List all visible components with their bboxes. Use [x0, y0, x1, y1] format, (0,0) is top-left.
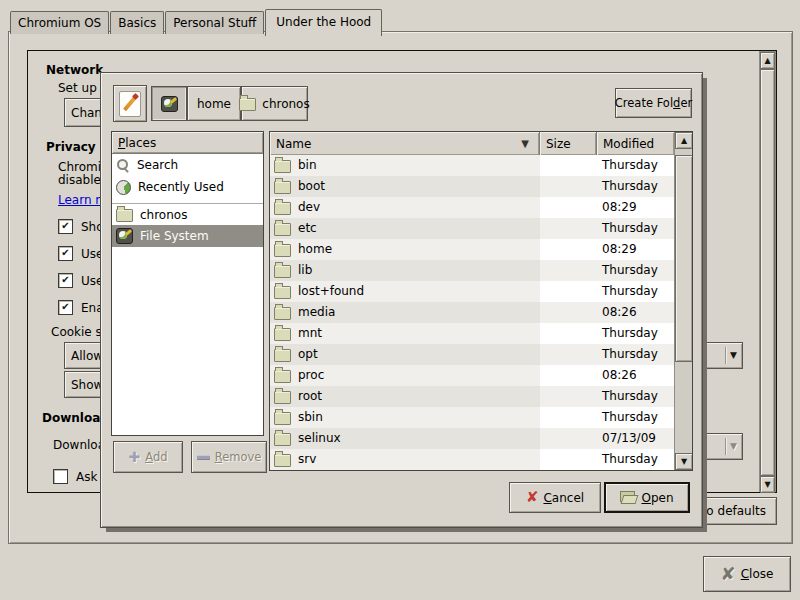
places-header[interactable]: Places — [112, 132, 263, 154]
file-row[interactable]: boot Thursday — [270, 176, 674, 197]
file-modified: Thursday — [597, 281, 674, 302]
column-header-name[interactable]: Name ▼ — [270, 132, 540, 155]
tab[interactable]: Chromium OS — [10, 11, 109, 34]
file-row[interactable]: opt Thursday — [270, 344, 674, 365]
folder-icon — [274, 265, 291, 278]
checkbox[interactable]: ✔ — [53, 469, 68, 484]
folder-icon — [274, 223, 291, 236]
checkbox[interactable]: ✔ — [58, 273, 73, 288]
drive-icon — [116, 228, 133, 244]
tab-label: Chromium OS — [18, 16, 101, 30]
file-name: proc — [298, 365, 324, 386]
remove-place-button[interactable]: Remove — [191, 441, 267, 473]
add-place-button[interactable]: ✚ Add — [113, 441, 183, 473]
file-row[interactable]: etc Thursday — [270, 218, 674, 239]
file-row[interactable]: root Thursday — [270, 386, 674, 407]
file-name: mnt — [298, 323, 322, 344]
file-name: dev — [298, 197, 320, 218]
folder-icon — [239, 98, 256, 111]
close-label: Close — [741, 567, 774, 581]
file-modified: 08:26 — [597, 302, 674, 323]
tab-strip: Chromium OS Basics Personal Stuff Under … — [10, 9, 383, 34]
file-size — [540, 344, 597, 365]
place-label: chronos — [140, 208, 187, 222]
file-size — [540, 428, 597, 449]
place-label: File System — [140, 229, 209, 243]
file-name: home — [298, 239, 332, 260]
arrow-down-icon: ▼ — [681, 458, 687, 466]
column-header-modified[interactable]: Modified — [597, 132, 674, 155]
settings-scrollbar[interactable]: ▲ ▼ — [759, 51, 776, 492]
file-row[interactable]: srv Thursday — [270, 449, 674, 470]
scroll-down-button[interactable]: ▼ — [760, 476, 775, 493]
arrow-up-icon: ▲ — [681, 137, 687, 145]
file-row[interactable]: bin Thursday — [270, 155, 674, 176]
folder-icon — [274, 202, 291, 215]
file-modified: Thursday — [597, 218, 674, 239]
cancel-x-icon: ✘ — [526, 490, 539, 505]
dropdown-arrow-icon: ▼ — [730, 351, 737, 360]
file-name: media — [298, 302, 335, 323]
place-item[interactable]: Recently Used — [112, 176, 263, 198]
file-row[interactable]: proc 08:26 — [270, 365, 674, 386]
file-modified: Thursday — [597, 176, 674, 197]
close-x-icon: ✘ — [721, 565, 736, 583]
file-row[interactable]: sbin Thursday — [270, 407, 674, 428]
plus-icon: ✚ — [128, 450, 140, 464]
file-modified: Thursday — [597, 407, 674, 428]
scroll-up-button[interactable]: ▲ — [675, 132, 693, 149]
file-modified: Thursday — [597, 344, 674, 365]
dropdown-arrow-icon: ▼ — [730, 442, 737, 451]
checkbox[interactable]: ✔ — [58, 300, 73, 315]
scrollbar-thumb[interactable] — [760, 69, 775, 476]
tab[interactable]: Under the Hood — [265, 9, 382, 36]
file-rows: bin Thursday boot Thursday — [270, 155, 674, 470]
arrow-down-icon: ▼ — [764, 481, 770, 489]
screen: { "icons": { "arrow_up": "▲", "arrow_dow… — [0, 0, 800, 600]
file-size — [540, 386, 597, 407]
folder-icon — [274, 349, 291, 362]
place-item[interactable]: Search — [112, 154, 263, 176]
folder-icon — [274, 244, 291, 257]
minus-icon — [197, 455, 210, 460]
place-label: Recently Used — [138, 180, 224, 194]
file-row[interactable]: mnt Thursday — [270, 323, 674, 344]
checkbox[interactable]: ✔ — [58, 246, 73, 261]
folder-icon — [274, 286, 291, 299]
file-row[interactable]: lost+found Thursday — [270, 281, 674, 302]
close-button[interactable]: ✘ Close — [703, 556, 791, 592]
path-button-filesystem[interactable] — [151, 86, 187, 121]
place-item[interactable]: chronos — [112, 203, 263, 225]
path-button-chronos[interactable]: chronos — [241, 86, 308, 121]
file-size — [540, 449, 597, 470]
file-name: bin — [298, 155, 317, 176]
checkmark-icon: ✔ — [61, 275, 69, 285]
file-row[interactable]: home 08:29 — [270, 239, 674, 260]
scrollbar-thumb[interactable] — [675, 155, 693, 362]
cancel-button[interactable]: ✘ Cancel — [509, 482, 601, 513]
file-size — [540, 155, 597, 176]
scroll-down-button[interactable]: ▼ — [675, 453, 693, 470]
checkmark-icon: ✔ — [61, 221, 69, 231]
tab[interactable]: Personal Stuff — [165, 11, 264, 34]
file-modified: 07/13/09 — [597, 428, 674, 449]
open-folder-icon — [620, 491, 636, 504]
path-button-home[interactable]: home — [187, 86, 241, 121]
scroll-up-button[interactable]: ▲ — [760, 52, 775, 69]
type-filename-toggle-button[interactable] — [113, 85, 147, 122]
column-header-size[interactable]: Size — [540, 132, 597, 155]
tab[interactable]: Basics — [110, 11, 164, 34]
file-row[interactable]: lib Thursday — [270, 260, 674, 281]
create-folder-button[interactable]: Create Folder — [615, 88, 692, 118]
open-button[interactable]: Open — [604, 482, 690, 513]
file-list-scrollbar[interactable]: ▲ ▼ — [674, 132, 693, 470]
recent-icon — [116, 180, 131, 195]
file-row[interactable]: dev 08:29 — [270, 197, 674, 218]
file-row[interactable]: media 08:26 — [270, 302, 674, 323]
file-modified: Thursday — [597, 449, 674, 470]
pencil-icon — [119, 91, 141, 117]
file-row[interactable]: selinux 07/13/09 — [270, 428, 674, 449]
checkbox[interactable]: ✔ — [58, 219, 73, 234]
place-item[interactable]: File System — [112, 225, 263, 247]
file-modified: Thursday — [597, 260, 674, 281]
